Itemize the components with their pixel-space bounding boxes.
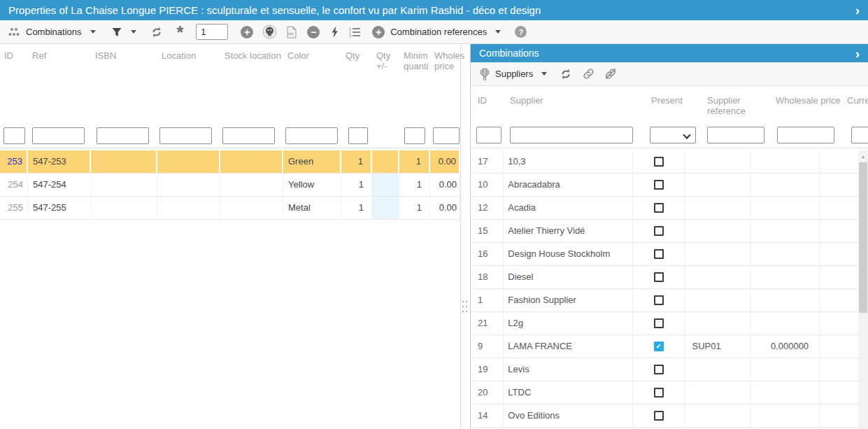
combinations-caret-icon[interactable]: [90, 30, 96, 34]
collapse-chevron-right-icon[interactable]: ›: [855, 3, 860, 17]
unlink-supplier-icon[interactable]: [604, 68, 617, 80]
supplier-row[interactable]: 21 L2g: [471, 312, 859, 335]
cell-qty-plus-minus[interactable]: [372, 174, 399, 196]
mass-update-bolt-icon[interactable]: [330, 26, 339, 38]
add-combination-references-button[interactable]: +: [372, 26, 385, 38]
col-header-qty[interactable]: Qty: [341, 50, 372, 71]
filter-button[interactable]: [111, 27, 122, 38]
numbered-list-icon[interactable]: 123: [348, 27, 361, 38]
cell-id: 16: [471, 243, 504, 265]
present-checkbox[interactable]: [654, 180, 664, 190]
scrollbar-thumb[interactable]: [859, 162, 867, 313]
cell-qty-plus-minus[interactable]: [372, 197, 399, 219]
col-header-isbn[interactable]: ISBN: [91, 50, 157, 71]
supplier-row[interactable]: 9 LAMA FRANCE SUP01 0.000000: [471, 335, 859, 358]
combination-row[interactable]: 255 547-255 Metal 1 1 0.00: [0, 197, 460, 220]
col-header-stock-location[interactable]: Stock location: [220, 50, 283, 71]
page-title: Properties of La Chaise Longue PIERCE : …: [8, 4, 541, 16]
filter-stock-location-input[interactable]: [222, 127, 275, 144]
link-supplier-icon[interactable]: [583, 68, 595, 80]
filter-present-select[interactable]: [650, 127, 696, 143]
present-checkbox[interactable]: [654, 342, 664, 351]
cell-wholesale-price: [750, 174, 820, 196]
generate-combinations-button[interactable]: *: [177, 27, 184, 37]
col-header-currency[interactable]: Curre: [844, 95, 868, 116]
supplier-row[interactable]: 16 Design House Stockholm: [471, 243, 859, 266]
panel-collapse-chevron-right-icon[interactable]: ›: [855, 47, 860, 60]
present-checkbox[interactable]: [654, 388, 664, 398]
filter-id-input[interactable]: [3, 127, 25, 144]
cell-location: [157, 197, 220, 219]
col-header-wholesale-price[interactable]: Wholes price: [430, 50, 460, 71]
col-header-wholesale-price[interactable]: Wholesale price: [770, 95, 844, 116]
supplier-row[interactable]: 20 LTDC: [471, 381, 859, 405]
present-checkbox[interactable]: [654, 249, 664, 259]
combinations-toolbar: Combinations * + csv − 123 + Combination…: [0, 20, 868, 44]
present-checkbox[interactable]: [654, 226, 664, 236]
combination-references-dropdown-label[interactable]: Combination references: [390, 27, 487, 37]
supplier-row[interactable]: 18 Diesel: [471, 266, 859, 289]
present-checkbox[interactable]: [654, 365, 664, 374]
col-header-present[interactable]: Present: [644, 95, 700, 116]
filter-min-quantity-input[interactable]: [404, 127, 425, 144]
filter-wholesale-input[interactable]: [433, 127, 460, 144]
cell-present: [633, 243, 685, 265]
present-checkbox[interactable]: [654, 411, 664, 421]
suppliers-caret-icon[interactable]: [541, 72, 547, 76]
filter-currency-input[interactable]: [851, 127, 868, 143]
supplier-row[interactable]: 12 Acadia: [471, 197, 859, 220]
cell-qty-plus-minus[interactable]: [372, 150, 399, 173]
supplier-row[interactable]: 1 Fashion Supplier: [471, 289, 859, 312]
refresh-button[interactable]: [150, 26, 163, 38]
col-header-location[interactable]: Location: [157, 50, 220, 71]
add-combination-button[interactable]: +: [241, 26, 253, 38]
combinations-dropdown-label[interactable]: Combinations: [26, 27, 82, 37]
supplier-row[interactable]: 17 10,3: [471, 150, 859, 174]
supplier-row[interactable]: 15 Atelier Thierry Vidé: [471, 220, 859, 243]
filter-location-input[interactable]: [159, 127, 212, 144]
present-checkbox[interactable]: [654, 203, 664, 213]
combination-row[interactable]: 254 547-254 Yellow 1 1 0.00: [0, 174, 460, 197]
csv-export-icon[interactable]: csv: [287, 26, 297, 38]
col-header-supplier-reference[interactable]: Supplier reference: [700, 95, 770, 116]
supplier-row[interactable]: 14 Ovo Editions: [471, 405, 859, 428]
suppliers-dropdown-label[interactable]: Suppliers: [495, 69, 533, 79]
filter-caret-icon[interactable]: [131, 30, 136, 34]
filter-isbn-input[interactable]: [97, 127, 149, 144]
filter-wholesale-price-input[interactable]: [777, 127, 834, 143]
count-input[interactable]: [196, 24, 228, 40]
supplier-row[interactable]: 10 Abracadabra: [471, 174, 859, 197]
suppliers-toolbar: Suppliers: [471, 62, 868, 86]
remove-combination-button[interactable]: −: [307, 26, 320, 38]
present-checkbox[interactable]: [654, 272, 664, 282]
scrollbar-up-arrow-icon[interactable]: ▲: [858, 150, 868, 162]
panel-splitter-handle[interactable]: [462, 300, 470, 316]
cell-isbn: [91, 197, 157, 219]
combination-row[interactable]: 253 547-253 Green 1 1 0.00: [0, 150, 460, 174]
col-header-ref[interactable]: Ref: [28, 50, 91, 71]
help-button[interactable]: ?: [515, 26, 527, 38]
vertical-scrollbar[interactable]: ▲: [858, 150, 868, 429]
present-checkbox[interactable]: [654, 295, 664, 305]
filter-ref-input[interactable]: [32, 127, 85, 144]
prestashop-icon[interactable]: [262, 24, 277, 39]
col-header-id[interactable]: ID: [0, 50, 28, 71]
filter-color-input[interactable]: [285, 127, 338, 144]
filter-supplier-name-input[interactable]: [510, 127, 633, 143]
suppliers-refresh-button[interactable]: [560, 68, 572, 80]
present-checkbox[interactable]: [654, 318, 664, 328]
present-checkbox[interactable]: [654, 157, 664, 167]
col-header-color[interactable]: Color: [283, 50, 341, 71]
supplier-row[interactable]: 19 Levis: [471, 358, 859, 381]
cell-wholesale-price: [750, 243, 820, 265]
filter-qty-input[interactable]: [348, 127, 368, 144]
col-header-qty-plus-minus[interactable]: Qty +/-: [372, 50, 399, 71]
col-header-min-quantity[interactable]: Minim quanti: [399, 50, 430, 71]
cell-supplier: LTDC: [504, 381, 633, 404]
combination-references-caret-icon[interactable]: [495, 30, 501, 34]
filter-supplier-id-input[interactable]: [476, 127, 501, 143]
filter-supplier-reference-input[interactable]: [707, 127, 764, 143]
suppliers-icon: [479, 68, 490, 80]
col-header-id[interactable]: ID: [471, 95, 506, 116]
col-header-supplier[interactable]: Supplier: [506, 95, 644, 116]
